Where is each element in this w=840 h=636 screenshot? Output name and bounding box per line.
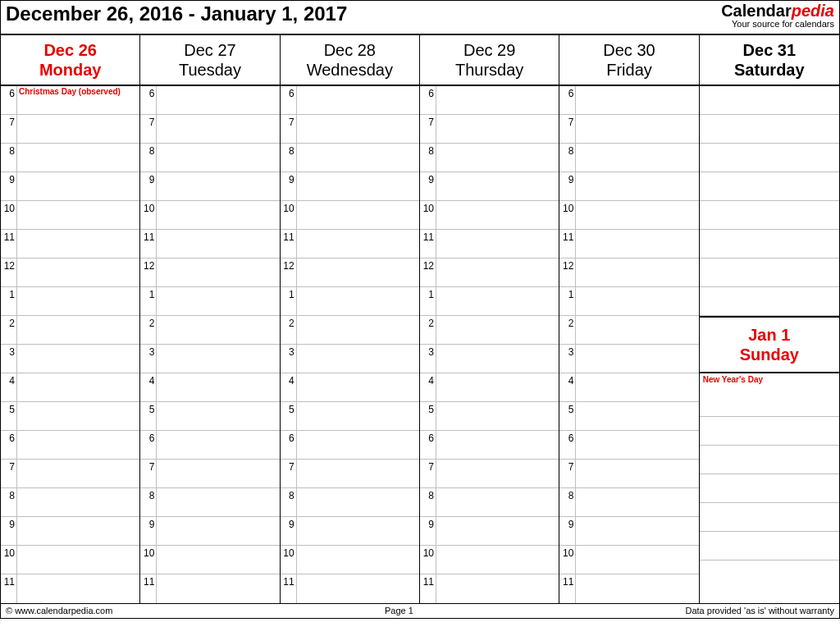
hour-row: 6Christmas Day (observed)	[1, 86, 139, 115]
hour-row: 7	[559, 460, 698, 488]
hour-cell	[17, 373, 139, 401]
hour-row: 11	[140, 230, 279, 259]
hour-row: 8	[281, 488, 419, 517]
hour-row: 8	[281, 144, 419, 172]
hour-cell	[157, 172, 279, 200]
hour-row: 2	[281, 316, 419, 345]
day-weekday: Tuesday	[140, 60, 279, 80]
day-date: Dec 29	[420, 40, 559, 60]
day-weekday: Monday	[1, 60, 139, 80]
weekend-slot	[700, 172, 839, 201]
hour-row: 3	[281, 345, 419, 373]
hour-label: 10	[559, 201, 576, 229]
hour-row: 9	[559, 517, 698, 546]
hour-label: 7	[1, 460, 17, 487]
hour-cell	[17, 259, 139, 286]
weekend-slot	[700, 503, 839, 532]
hour-label: 7	[281, 460, 297, 487]
hour-row: 8	[420, 488, 559, 517]
hour-label: 11	[1, 230, 17, 258]
weekend-slot	[700, 144, 839, 172]
hour-label: 8	[420, 488, 436, 516]
hour-row: 2	[1, 316, 139, 345]
hour-label: 8	[1, 144, 17, 172]
hour-row: 2	[559, 316, 698, 345]
hour-row: 1	[281, 287, 419, 316]
hour-row: 11	[559, 230, 698, 259]
hour-label: 9	[1, 517, 17, 545]
hour-cell	[297, 144, 419, 172]
hour-cell	[436, 144, 559, 172]
hour-label: 11	[559, 230, 576, 258]
hour-cell	[297, 517, 419, 545]
hour-row: 5	[559, 402, 698, 431]
hour-row: 8	[1, 144, 139, 172]
day-weekday: Friday	[559, 60, 698, 80]
hour-label: 2	[559, 316, 576, 344]
hour-label: 11	[281, 230, 297, 258]
weekend-slot	[700, 446, 839, 474]
week-range-title: December 26, 2016 - January 1, 2017	[6, 2, 347, 25]
calendar-page: December 26, 2016 - January 1, 2017 Cale…	[0, 0, 840, 619]
hour-cell	[436, 259, 559, 286]
hour-cell	[576, 431, 698, 459]
hour-cell	[436, 488, 559, 516]
weekend-slot	[700, 388, 839, 417]
hour-label: 1	[420, 287, 436, 315]
hour-cell	[436, 172, 559, 200]
hour-cell	[157, 230, 279, 258]
hour-label: 3	[559, 345, 576, 373]
weekend-slot	[700, 259, 839, 287]
hour-label: 6	[559, 86, 576, 114]
hour-label: 6	[140, 431, 157, 459]
hour-label: 11	[140, 574, 157, 603]
hour-cell	[576, 402, 698, 430]
hour-cell	[297, 373, 419, 401]
hour-label: 7	[559, 115, 576, 143]
hour-label: 10	[1, 201, 17, 229]
hour-row: 9	[281, 517, 419, 546]
hour-row: 12	[559, 259, 698, 287]
hour-label: 12	[559, 259, 576, 286]
hour-cell	[436, 460, 559, 487]
hour-cell	[576, 373, 698, 401]
hour-label: 8	[1, 488, 17, 516]
hour-cell	[17, 201, 139, 229]
hour-row: 6	[281, 431, 419, 460]
hour-row: 9	[420, 517, 559, 546]
weekend-slot	[700, 474, 839, 503]
hour-row: 7	[1, 115, 139, 144]
hour-label: 11	[420, 574, 436, 603]
hour-cell	[17, 172, 139, 200]
hour-label: 3	[140, 345, 157, 373]
hour-cell	[157, 345, 279, 373]
hour-cell	[157, 316, 279, 344]
hour-row: 12	[420, 259, 559, 287]
hour-label: 4	[281, 373, 297, 401]
hour-label: 8	[420, 144, 436, 172]
hour-cell	[576, 574, 698, 603]
hour-label: 7	[281, 115, 297, 143]
day-header: Dec 30Friday	[559, 35, 698, 86]
hour-label: 1	[559, 287, 576, 315]
hour-label: 12	[1, 259, 17, 286]
hour-cell	[157, 287, 279, 315]
day-date: Dec 28	[281, 40, 419, 60]
hour-cell	[436, 230, 559, 258]
hour-label: 9	[420, 517, 436, 545]
hour-label: 9	[140, 517, 157, 545]
hour-cell	[17, 287, 139, 315]
hour-label: 7	[559, 460, 576, 487]
holiday-note: New Year's Day	[700, 373, 839, 388]
hour-cell	[157, 402, 279, 430]
hour-label: 1	[140, 287, 157, 315]
hour-row: 4	[140, 373, 279, 402]
hour-cell	[436, 402, 559, 430]
hour-cell	[576, 144, 698, 172]
brand-part-a: Calendar	[721, 2, 792, 20]
day-column: Dec 26Monday6Christmas Day (observed)789…	[1, 35, 140, 603]
hour-label: 3	[281, 345, 297, 373]
hour-label: 11	[281, 574, 297, 603]
hour-label: 8	[140, 144, 157, 172]
hour-cell	[576, 259, 698, 286]
